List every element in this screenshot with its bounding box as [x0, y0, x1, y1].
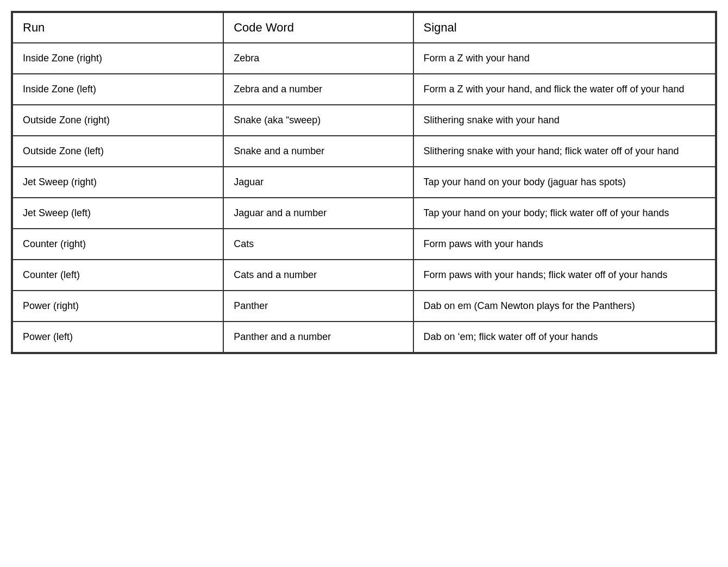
table-row: Power (right)PantherDab on em (Cam Newto…: [12, 291, 716, 322]
table-row: Outside Zone (left)Snake and a numberSli…: [12, 136, 716, 167]
header-code-word: Code Word: [223, 12, 413, 43]
table-row: Inside Zone (right)ZebraForm a Z with yo…: [12, 43, 716, 74]
table-row: Inside Zone (left)Zebra and a numberForm…: [12, 74, 716, 105]
cell-signal: Slithering snake with your hand: [413, 105, 716, 136]
table-row: Power (left)Panther and a numberDab on ‘…: [12, 322, 716, 352]
cell-signal: Form a Z with your hand: [413, 43, 716, 74]
cell-code-word: Snake (aka “sweep): [223, 105, 413, 136]
cell-code-word: Snake and a number: [223, 136, 413, 167]
playbook-table: Run Code Word Signal Inside Zone (right)…: [12, 12, 716, 353]
cell-run: Inside Zone (right): [12, 43, 223, 74]
table-row: Jet Sweep (left)Jaguar and a numberTap y…: [12, 198, 716, 229]
cell-run: Inside Zone (left): [12, 74, 223, 105]
main-table-wrapper: Run Code Word Signal Inside Zone (right)…: [11, 11, 717, 354]
table-row: Outside Zone (right)Snake (aka “sweep)Sl…: [12, 105, 716, 136]
cell-signal: Form paws with your hands; flick water o…: [413, 260, 716, 291]
header-signal: Signal: [413, 12, 716, 43]
cell-code-word: Zebra and a number: [223, 74, 413, 105]
cell-signal: Tap your hand on your body; flick water …: [413, 198, 716, 229]
cell-code-word: Jaguar and a number: [223, 198, 413, 229]
table-row: Counter (left)Cats and a numberForm paws…: [12, 260, 716, 291]
cell-code-word: Cats and a number: [223, 260, 413, 291]
cell-run: Counter (left): [12, 260, 223, 291]
cell-code-word: Cats: [223, 229, 413, 260]
cell-signal: Tap your hand on your body (jaguar has s…: [413, 167, 716, 198]
cell-run: Counter (right): [12, 229, 223, 260]
table-row: Counter (right)CatsForm paws with your h…: [12, 229, 716, 260]
cell-run: Jet Sweep (right): [12, 167, 223, 198]
header-run: Run: [12, 12, 223, 43]
cell-run: Outside Zone (right): [12, 105, 223, 136]
cell-code-word: Zebra: [223, 43, 413, 74]
cell-run: Power (right): [12, 291, 223, 322]
cell-code-word: Panther: [223, 291, 413, 322]
cell-run: Jet Sweep (left): [12, 198, 223, 229]
cell-run: Outside Zone (left): [12, 136, 223, 167]
cell-code-word: Panther and a number: [223, 322, 413, 352]
cell-signal: Form a Z with your hand, and flick the w…: [413, 74, 716, 105]
cell-signal: Slithering snake with your hand; flick w…: [413, 136, 716, 167]
table-row: Jet Sweep (right)JaguarTap your hand on …: [12, 167, 716, 198]
cell-run: Power (left): [12, 322, 223, 352]
cell-signal: Form paws with your hands: [413, 229, 716, 260]
cell-signal: Dab on em (Cam Newton plays for the Pant…: [413, 291, 716, 322]
cell-code-word: Jaguar: [223, 167, 413, 198]
cell-signal: Dab on ‘em; flick water off of your hand…: [413, 322, 716, 352]
